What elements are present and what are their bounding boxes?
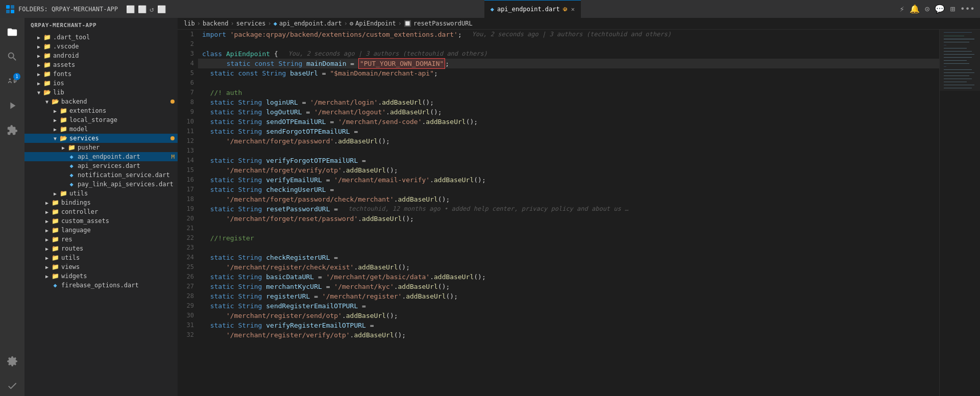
main-layout: 1 QRPAY-MERCHANT-APP ▶ 📁 .dart_tool ▶ 📁 … [0,18,980,396]
tree-routes[interactable]: ▶ 📁 routes [24,244,178,253]
tree-arrow-android: ▶ [35,52,43,60]
code-line-19: static String resetPasswordURL = techtou… [198,204,939,214]
folder-icon-local-storage: 📁 [59,116,67,124]
code-editor[interactable]: 1 2 3 4 5 6 7 8 9 10 11 12 13 14 15 16 1… [178,30,980,396]
tree-label-routes: routes [61,245,178,252]
activity-bar: 1 [0,18,24,396]
tree-dart-tool[interactable]: ▶ 📁 .dart_tool [24,33,178,42]
tree-label-api-services: api_services.dart [78,162,178,169]
tree-model[interactable]: ▶ 📁 model [24,125,178,134]
tree-utils-inner[interactable]: ▶ 📁 utils [24,189,178,198]
remote-icon[interactable]: ⚡ [899,4,904,14]
tab-modified-badge: M [563,7,567,11]
tree-utils[interactable]: ▶ 📁 utils [24,253,178,262]
new-file-icon[interactable]: ⬜ [126,5,135,13]
svg-rect-25 [940,30,980,91]
tree-arrow-services: ▼ [51,134,59,142]
tree-custom-assets[interactable]: ▶ 📁 custom_assets [24,216,178,226]
tree-arrow-pusher: ▶ [59,143,67,152]
tree-views[interactable]: ▶ 📁 views [24,262,178,271]
tree-backend[interactable]: ▼ 📂 backend [24,97,178,106]
tree-vscode[interactable]: ▶ 📁 .vscode [24,42,178,51]
tree-api-services[interactable]: ▶ ◆ api_services.dart [24,161,178,170]
notifications-icon[interactable]: 🔔 [910,4,920,14]
tree-widgets[interactable]: ▶ 📁 widgets [24,271,178,281]
folder-icon-ios: 📁 [43,79,51,87]
active-tab[interactable]: ◆ api_endpoint.dart M ✕ [484,0,581,18]
layout-icon[interactable]: ⊞ [950,4,955,14]
title-bar-left: FOLDERS: QRPAY-MERCHANT-APP ⬜ ⬜ ↺ ⬜ [5,4,166,14]
code-line-20: '/merchant/forget/reset/password'.addBas… [198,214,939,224]
breadcrumb-lib[interactable]: lib [184,20,195,27]
tree-android[interactable]: ▶ 📁 android [24,51,178,60]
tree-fonts[interactable]: ▶ 📁 fonts [24,69,178,79]
tree-label-notification: notification_service.dart [78,171,178,179]
breadcrumb-services[interactable]: services [236,20,266,27]
tree-label-pusher: pusher [78,144,178,151]
tree-label-ios: ios [53,80,178,87]
collapse-all-icon[interactable]: ⬜ [157,5,166,13]
api-endpoint-modified: M [171,154,175,160]
tree-api-endpoint[interactable]: ▶ ◆ api_endpoint.dart M [24,152,178,161]
folder-icon-views: 📁 [51,263,59,271]
activity-explorer[interactable] [2,22,22,42]
tree-res[interactable]: ▶ 📁 res [24,235,178,244]
file-explorer-sidebar: QRPAY-MERCHANT-APP ▶ 📁 .dart_tool ▶ 📁 .v… [24,18,178,396]
activity-run[interactable] [2,95,22,116]
activity-extensions[interactable] [2,120,22,140]
tree-extentions[interactable]: ▶ 📁 extentions [24,106,178,115]
minimap [939,30,980,396]
tree-notification-service[interactable]: ▶ ◆ notification_service.dart [24,170,178,180]
tree-controller[interactable]: ▶ 📁 controller [24,207,178,216]
tree-arrow-routes: ▶ [43,244,51,253]
tree-label-backend: backend [61,98,170,105]
tree-ios[interactable]: ▶ 📁 ios [24,79,178,88]
tree-local-storage[interactable]: ▶ 📁 local_storage [24,115,178,125]
editor-container: lib › backend › services › ◆ api_endpoin… [178,18,980,396]
tree-arrow-ios: ▶ [35,79,43,87]
tree-arrow-backend: ▼ [43,97,51,106]
tree-label-lib: lib [53,89,178,96]
breadcrumb-sep-3: › [268,20,272,27]
tree-lib[interactable]: ▼ 📂 lib [24,88,178,97]
tree-pay-link-api[interactable]: ▶ ◆ pay_link_api_services.dart [24,180,178,189]
tree-services[interactable]: ▼ 📂 services [24,134,178,143]
code-line-10: static String sendOTPEmailURL = '/mercha… [198,117,939,127]
breadcrumb-member[interactable]: resetPasswordURL [413,20,473,27]
tab-close-button[interactable]: ✕ [571,6,575,13]
breadcrumb-backend[interactable]: backend [203,20,229,27]
breadcrumb-member-icon: 🔲 [404,20,411,27]
refresh-icon[interactable]: ↺ [150,5,154,13]
breadcrumb-file-icon: ◆ [274,20,277,27]
dart-icon-firebase: ◆ [51,281,59,289]
activity-search[interactable] [2,46,22,67]
breadcrumb-class-icon: ⚙ [350,20,353,27]
tree-label-fonts: fonts [53,70,178,78]
tree-language[interactable]: ▶ 📁 language [24,226,178,235]
code-content[interactable]: import 'package:qrpay/backend/extentions… [198,30,939,396]
code-line-24: static String checkRegisterURL = [198,253,939,262]
tree-bindings[interactable]: ▶ 📁 bindings [24,198,178,207]
svg-rect-3 [11,10,14,13]
account-icon[interactable]: ⊙ [925,4,930,14]
tree-assets[interactable]: ▶ 📁 assets [24,60,178,69]
breadcrumb-file[interactable]: api_endpoint.dart [279,20,342,27]
tree-label-controller: controller [61,208,178,215]
activity-gitlens[interactable] [2,351,22,372]
tree-label-extentions: extentions [69,107,178,114]
tree-arrow-local-storage: ▶ [51,116,59,124]
tree-label-utils-inner: utils [69,190,178,197]
code-line-25: '/merchant/register/check/exist'.addBase… [198,262,939,272]
breadcrumb-class[interactable]: ApiEndpoint [355,20,396,27]
svg-rect-1 [11,5,14,9]
line-numbers: 1 2 3 4 5 6 7 8 9 10 11 12 13 14 15 16 1… [178,30,198,396]
activity-check[interactable] [2,376,22,396]
new-folder-icon[interactable]: ⬜ [138,5,146,13]
tree-label-dart-tool: .dart_tool [53,34,178,41]
tree-firebase-options[interactable]: ▶ ◆ firebase_options.dart [24,281,178,290]
tree-arrow-dart-tool: ▶ [35,33,43,41]
more-icon[interactable]: ••• [960,4,975,14]
chat-icon[interactable]: 💬 [935,4,945,14]
activity-source-control[interactable]: 1 [2,71,22,91]
tree-pusher[interactable]: ▶ 📁 pusher [24,143,178,152]
